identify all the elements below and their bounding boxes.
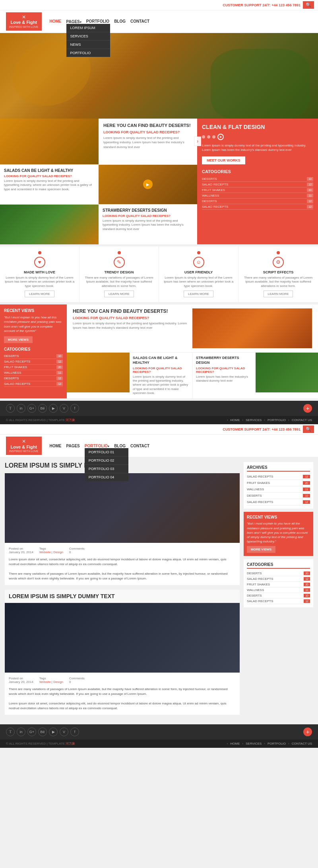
facebook-icon[interactable]: f [70,404,79,413]
nav2-portfolio[interactable]: PORTFOLIO▾ PORTFOLIO 01 PORTFOLIO 02 POR… [85,443,109,448]
nav2-blog[interactable]: BLOG [114,444,126,448]
content-body: Lorem Ipsum is simply dummy text of the … [73,321,192,330]
dropdown-item-news[interactable]: NEWS [66,41,110,49]
dropdown-item-portfolio[interactable]: PORTFOLIO [66,49,110,57]
archive-item: SALAD RECEPTS12 [247,499,310,505]
support-text-2: CUSTOMER SUPPORT 24/7: +44 123 456 7891 [223,427,301,431]
categories-list: DESERTS10SALAD RECEPTS12FRUIT SHAKES20WA… [202,176,313,210]
logo[interactable]: ✕ Love & Fight INSPIRED WITH LOVE [6,12,42,31]
nav2-contact[interactable]: CONTACT [130,444,149,448]
post1-tag2[interactable]: Design [53,550,63,554]
twitter-icon[interactable]: 𝕋 [6,404,15,413]
port-dropdown-3[interactable]: PORTFOLIO 03 [85,465,128,473]
content-salad-img [67,353,130,392]
dropdown-item-services[interactable]: SERVICES [66,32,110,41]
footer-contact[interactable]: CONTACT US [292,418,312,422]
sidebar-cat-item: DESERTS12 [4,376,63,381]
strawberry-title: STRAWBERRY DESERTS DESIGN [103,208,193,213]
main-nav-2: ✕ Love & Fight INSPIRED WITH LOVE HOME P… [0,435,318,457]
more-views-btn[interactable]: MORE VIEWS [4,336,33,343]
google-icon-2[interactable]: G+ [27,728,36,736]
strawberry-text: STRAWBERRY DESERTS DESIGN LOOKING FOR QU… [99,205,197,244]
fab-plus-btn-2[interactable]: + [303,728,312,736]
nav-contact[interactable]: CONTACT [130,19,149,23]
linkedin-icon[interactable]: in [17,404,25,413]
dropdown-item-lorem[interactable]: LOREM IPSUM [66,24,110,32]
post2-tag2[interactable]: Design [53,680,63,684]
behance-icon[interactable]: Bé [38,404,47,413]
post2-date: January 20, 2014 [9,680,33,684]
vimeo-icon-2[interactable]: V [60,728,68,736]
feat-made-love: ♥ MADE WITH LOVE Lorem Ipsum is simply d… [0,246,80,302]
footer-nav-2: › HOME › SERVICES › PORTFOLIO › CONTACT … [227,742,312,745]
template-link[interactable]: 河万象 [66,418,75,422]
footer-portfolio[interactable]: PORTFOLIO [268,418,286,422]
post2-posted-label: Posted on January 20, 2014 [9,677,33,684]
play-button[interactable]: ▶ [143,179,153,189]
footer-bottom-bar-2: © ALL RIGHTS RESERVED | TEMPLATE 河万象 › H… [0,739,318,748]
archives-title: ARCHIVES [247,465,310,472]
feat1-title: MADE WITH LOVE [4,270,75,274]
content-salad: SALADS CAN BE LIGHT & HEALTHY LOOKING FO… [67,353,192,398]
twitter-icon-2[interactable]: 𝕋 [6,728,15,736]
blog-cat-item: SALAD RECEPTS12 [247,576,310,582]
support-text: CUSTOMER SUPPORT 24/7: +44 123 456 7891 [223,3,301,7]
search-button-top-2[interactable]: 🔍 [303,425,314,433]
footer2-portfolio[interactable]: PORTFOLIO [268,742,286,745]
post1-posted-label: Posted on January 20, 2014 [9,547,33,554]
nav-blog[interactable]: BLOG [114,19,126,23]
archives-section: ARCHIVES SALAD RECEPTS12FRUIT SHAKES20WA… [244,462,313,509]
archive-item: SALAD RECEPTS12 [247,474,310,480]
nav2-pages[interactable]: PAGES [66,444,80,448]
blog-more-views-btn[interactable]: MORE VIEWS [247,546,275,553]
sidebar-cat-item: SALAD RECEPTS12 [4,359,63,365]
logo-2[interactable]: ✕ Love & Fight INSPIRED WITH LOVE [6,437,42,455]
logo-subtitle-2: INSPIRED WITH LOVE [9,450,39,453]
nav2-home[interactable]: HOME [50,444,62,448]
footer2-services[interactable]: SERVICES [246,742,262,745]
nav-pages[interactable]: PAGES▾ LOREM IPSUM SERVICES NEWS PORTFOL… [66,19,81,24]
salad-looking: LOOKING FOR QUALITY SALAD RECEIPES? [4,174,95,178]
port-dropdown-4[interactable]: PORTFOLIO 04 [85,473,128,481]
nav-home[interactable]: HOME [50,19,62,23]
cat-item: SALAD RECEPTS12 [202,204,313,210]
vimeo-icon[interactable]: V [60,404,68,413]
feat2-btn[interactable]: LEARN MORE [104,291,134,297]
port-dropdown-2[interactable]: PORTFOLIO 02 [85,456,128,465]
post2-tag1[interactable]: Website [39,680,51,684]
meet-works-btn[interactable]: MEET OUR WORKS [202,156,245,164]
footer-home[interactable]: HOME [230,418,240,422]
feat3-btn[interactable]: LEARN MORE [184,291,213,297]
linkedin-icon-2[interactable]: in [17,728,25,736]
footer2-home[interactable]: HOME [230,742,240,745]
search-button-top[interactable]: 🔍 [303,1,314,9]
cat-badge: 12 [307,199,313,203]
feat4-btn[interactable]: LEARN MORE [264,291,293,297]
cat-item: WALLNESS11 [202,193,313,199]
post1-tag1[interactable]: Website [39,550,51,554]
blog-cat-item: FRUIT SHAKES20 [247,582,310,587]
blog-layout: LOREM IPSUM IS SIMPLY DUMMY TEXT Posted … [0,457,318,724]
recent-section: RECENT VIEWS "But I must explain to you … [0,304,318,398]
blog-cat-item: DESERTS10 [247,593,310,599]
footer2-contact[interactable]: CONTACT US [292,742,312,745]
feat1-btn[interactable]: LEARN MORE [25,291,54,297]
youtube-icon-2[interactable]: ▶ [49,728,58,736]
fab-plus-btn[interactable]: + [303,404,312,413]
port-dropdown-1[interactable]: PORTFOLIO 01 [85,448,128,456]
blog-recent-quote: "But I must explain to you have all the … [247,521,310,544]
feature-strawberry: STRAWBERRY DESERTS DESIGN LOOKING FOR QU… [0,204,197,244]
youtube-icon[interactable]: ▶ [49,404,58,413]
catogories-heading: CATOGORIES [202,169,313,174]
behance-icon-2[interactable]: Bé [38,728,47,736]
sidebar-cat-item: SALAD RECEPTS12 [4,381,63,387]
sidebar-badge: 10 [56,354,63,358]
nav-portfolio[interactable]: PORTFOLIO [86,19,109,23]
facebook-icon-2[interactable]: f [70,728,79,736]
google-icon[interactable]: G+ [27,404,36,413]
footer-services[interactable]: SERVICES [246,418,262,422]
template-link-2[interactable]: 河万象 [66,742,75,745]
nav-arrow-right[interactable]: › [194,137,201,146]
sidebar-badge: 20 [56,365,63,369]
post1-date: January 20, 2014 [9,550,33,554]
